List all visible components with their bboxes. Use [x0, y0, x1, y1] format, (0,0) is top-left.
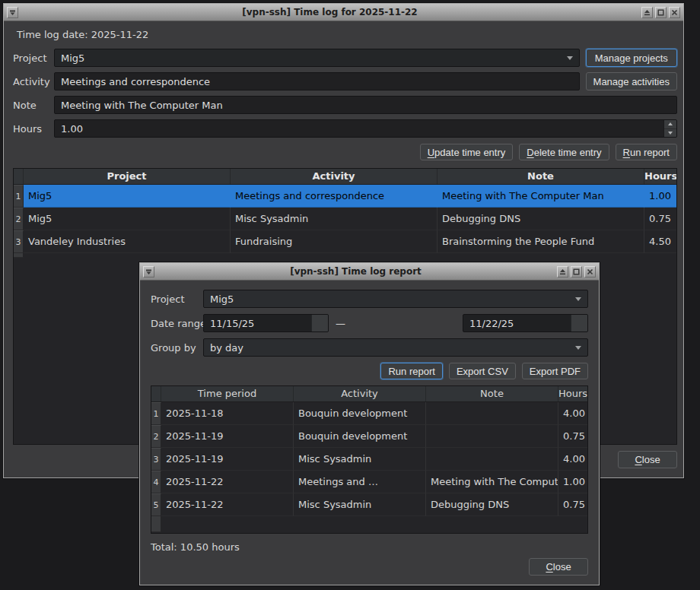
close-icon [587, 268, 593, 275]
activity-input[interactable]: Meetings and correspondence [54, 72, 580, 90]
table-corner-cell[interactable] [151, 386, 161, 401]
cell-activity: Misc Sysadmin [294, 448, 426, 471]
shade-button[interactable] [557, 266, 568, 278]
time-log-date-label: Time log date: 2025-11-22 [17, 29, 677, 41]
report-row[interactable]: 4 2025-11-22 Meetings and … Meeting with… [151, 471, 587, 493]
table-row[interactable]: 3 Vandeley Industries Fundraising Brains… [14, 230, 676, 253]
cell-hours: 1.00 [644, 185, 676, 208]
table-row[interactable]: 2 Mig5 Misc Sysadmin Debugging DNS 0.75 [14, 208, 676, 230]
cell-activity: Meetings and … [294, 471, 426, 493]
shade-button[interactable] [641, 7, 653, 18]
table-empty-area [151, 516, 587, 533]
cell-activity: Meetings and correspondence [231, 185, 438, 208]
cell-activity: Fundraising [231, 230, 438, 253]
table-corner-cell[interactable] [14, 169, 24, 184]
close-icon [671, 9, 678, 16]
report-row[interactable]: 1 2025-11-18 Bouquin development 4.00 [151, 402, 587, 425]
manage-projects-button[interactable]: Manage projects [586, 49, 677, 67]
report-form: Project Mig5 Date range 11/15/25 — 11/22… [151, 290, 588, 357]
row-header[interactable]: 3 [151, 448, 161, 471]
date-from-combobox[interactable]: 11/15/25 [203, 314, 329, 332]
row-header[interactable]: 2 [14, 208, 24, 230]
date-to-dropdown-button[interactable] [571, 315, 587, 331]
row-header-filler [14, 253, 24, 258]
hours-spinbox[interactable]: 1.00 [54, 119, 677, 138]
cell-time-period: 2025-11-19 [161, 448, 294, 471]
cell-note: Meeting with The Computer… [426, 471, 558, 493]
export-pdf-button[interactable]: Export PDF [522, 363, 588, 379]
row-header[interactable]: 4 [151, 471, 161, 493]
manage-activities-button[interactable]: Manage activities [586, 72, 677, 90]
row-header-filler [151, 516, 161, 532]
project-combobox[interactable]: Mig5 [54, 49, 580, 67]
cell-hours: 4.00 [558, 402, 587, 425]
project-label: Project [13, 52, 48, 64]
row-header[interactable]: 2 [151, 425, 161, 448]
cell-note: Brainstorming the People Fund [438, 230, 644, 253]
run-report-button[interactable]: Run report [616, 144, 677, 160]
window-menu-button[interactable] [143, 266, 154, 278]
date-to-combobox[interactable]: 11/22/25 [463, 314, 588, 332]
note-input[interactable]: Meeting with The Computer Man [54, 96, 677, 114]
column-header-note[interactable]: Note [426, 386, 558, 401]
row-header[interactable]: 5 [151, 493, 161, 516]
maximize-button[interactable] [571, 266, 582, 278]
report-row[interactable]: 5 2025-11-22 Misc Sysadmin Debugging DNS… [151, 493, 587, 516]
triangle-up-icon [668, 122, 673, 125]
spin-down-button[interactable] [664, 129, 676, 138]
close-window-button[interactable] [669, 7, 680, 18]
report-project-combobox[interactable]: Mig5 [203, 290, 588, 308]
note-input-value: Meeting with The Computer Man [61, 100, 223, 111]
row-header[interactable]: 1 [151, 402, 161, 425]
cell-note [426, 448, 558, 471]
delete-time-entry-button[interactable]: Delete time entry [519, 144, 609, 160]
table-row-selected[interactable]: 1 Mig5 Meetings and correspondence Meeti… [14, 185, 676, 208]
column-header-hours[interactable]: Hours [558, 386, 587, 401]
update-time-entry-button[interactable]: Update time entry [420, 144, 514, 160]
column-header-note[interactable]: Note [438, 169, 644, 184]
maximize-icon [657, 9, 664, 16]
chevron-down-icon [575, 346, 581, 350]
main-titlebar[interactable]: [vpn-ssh] Time log for 2025-11-22 [4, 4, 683, 21]
cell-hours: 1.00 [558, 471, 587, 493]
date-range-dash: — [336, 318, 345, 329]
column-header-project[interactable]: Project [24, 169, 231, 184]
dialog-close-button[interactable]: Close [529, 558, 588, 576]
group-by-combobox[interactable]: by day [203, 338, 588, 357]
close-window-button[interactable] [584, 266, 596, 278]
shade-icon [644, 9, 651, 16]
group-by-label: Group by [151, 342, 203, 354]
cell-activity: Misc Sysadmin [294, 493, 426, 516]
hours-label: Hours [13, 123, 48, 135]
date-from-dropdown-button[interactable] [311, 315, 328, 331]
export-csv-button[interactable]: Export CSV [449, 363, 516, 379]
window-menu-icon [9, 9, 16, 16]
column-header-hours[interactable]: Hours [644, 169, 676, 184]
date-to-value: 11/22/25 [463, 318, 571, 329]
date-from-value: 11/15/25 [204, 318, 311, 329]
report-project-value: Mig5 [210, 293, 234, 305]
cell-project: Vandeley Industries [24, 230, 231, 253]
spin-up-button[interactable] [664, 120, 676, 129]
row-header[interactable]: 1 [14, 185, 24, 208]
report-row[interactable]: 2 2025-11-19 Bouquin development 0.75 [151, 425, 587, 448]
activity-input-value: Meetings and correspondence [61, 76, 210, 87]
maximize-icon [573, 268, 580, 275]
maximize-button[interactable] [655, 7, 667, 18]
report-row[interactable]: 3 2025-11-19 Misc Sysadmin 4.00 [151, 448, 587, 471]
total-hours-label: Total: 10.50 hours [151, 541, 588, 554]
window-menu-button[interactable] [7, 7, 18, 18]
group-by-value: by day [210, 342, 243, 354]
row-header[interactable]: 3 [14, 230, 24, 253]
dialog-run-report-button[interactable]: Run report [380, 363, 442, 379]
main-window-title: [vpn-ssh] Time log for 2025-11-22 [18, 7, 641, 17]
dialog-titlebar[interactable]: [vpn-ssh] Time log report [140, 263, 599, 281]
close-button[interactable]: Close [618, 451, 677, 468]
activity-label: Activity [13, 76, 48, 87]
cell-note: Debugging DNS [426, 493, 558, 516]
column-header-time-period[interactable]: Time period [161, 386, 294, 401]
column-header-activity[interactable]: Activity [294, 386, 426, 401]
column-header-activity[interactable]: Activity [231, 169, 438, 184]
cell-note: Meeting with The Computer Man [438, 185, 644, 208]
shade-icon [559, 268, 566, 275]
